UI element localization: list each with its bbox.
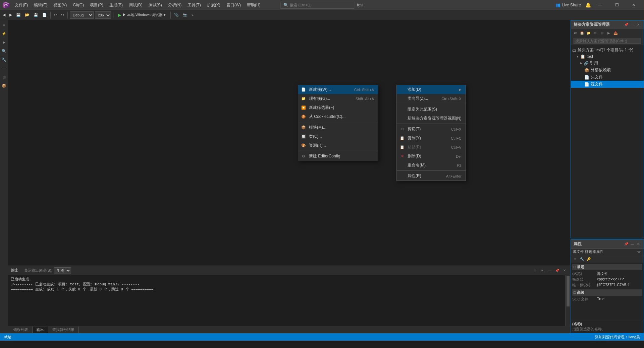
add-sep1 <box>298 122 378 122</box>
cm-add-label: 添加(D) <box>408 87 421 92</box>
add-resource-left: 🎨 资源(R)... <box>301 143 326 148</box>
cm-delete-left: ✕ 删除(D) <box>399 153 421 159</box>
add-from-cookiecutter-label: 从 Cookiecutter(C)... <box>309 114 345 120</box>
add-module-left: 📦 模块(M)... <box>301 125 326 130</box>
cm-delete[interactable]: ✕ 删除(D) Del <box>397 152 466 161</box>
add-module-icon: 📦 <box>301 125 306 130</box>
cm-class-wizard-left: 类向导(Z)... <box>399 96 428 101</box>
cm-new-view[interactable]: 新解决方案资源管理器视图(N) <box>397 114 466 123</box>
cm-sep3 <box>397 170 466 171</box>
cm-rename-icon <box>399 163 405 168</box>
cm-rename-label: 重命名(M) <box>408 162 426 168</box>
cm-cut-shortcut: Ctrl+X <box>451 127 462 131</box>
main-context-menu: 添加(D) ▶ 类向导(Z)... Ctrl+Shift+X 限定为此范围(S)… <box>396 85 466 181</box>
add-resource-label: 资源(R)... <box>309 143 326 148</box>
add-module-label: 模块(M)... <box>309 125 326 130</box>
cm-add-arrow: ▶ <box>459 88 462 91</box>
cm-cut-left: ✂ 剪切(T) <box>399 126 421 132</box>
cm-sep1 <box>397 104 466 104</box>
cm-rename-shortcut: F2 <box>457 163 462 167</box>
add-new-filter-icon: 🔽 <box>301 105 306 111</box>
cm-rename[interactable]: 重命名(M) F2 <box>397 161 466 170</box>
add-module[interactable]: 📦 模块(M)... <box>298 123 378 132</box>
add-from-cookiecutter-left: 🍪 从 Cookiecutter(C)... <box>301 114 345 120</box>
cm-cut-icon: ✂ <box>399 127 405 132</box>
add-from-cookiecutter-icon: 🍪 <box>301 114 306 120</box>
cm-limit-scope[interactable]: 限定为此范围(S) <box>397 105 466 114</box>
cm-copy-label: 复制(Y) <box>408 135 421 141</box>
cm-new-view-left: 新解决方案资源管理器视图(N) <box>399 116 462 121</box>
cm-paste[interactable]: 📋 粘贴(P) Ctrl+V <box>397 143 466 152</box>
add-existing-item-label: 现有项(G)... <box>309 96 330 101</box>
cm-class-wizard-shortcut: Ctrl+Shift+X <box>441 97 461 101</box>
context-menu-overlay[interactable]: 添加(D) ▶ 类向导(Z)... Ctrl+Shift+X 限定为此范围(S)… <box>0 0 644 348</box>
add-editor-config-left: ⚙ 新建 EditorConfig <box>301 153 340 159</box>
add-class[interactable]: 🔲 类(C)... <box>298 132 378 141</box>
add-resource[interactable]: 🎨 资源(R)... <box>298 141 378 150</box>
cm-add-icon <box>399 87 405 92</box>
add-class-icon: 🔲 <box>301 134 306 139</box>
cm-paste-icon: 📋 <box>399 145 405 150</box>
add-new-item-icon: 📄 <box>301 87 306 92</box>
cm-properties-label: 属性(R) <box>408 173 421 179</box>
cm-add-left: 添加(D) <box>399 87 421 92</box>
add-from-cookiecutter[interactable]: 🍪 从 Cookiecutter(C)... <box>298 112 378 121</box>
add-new-filter[interactable]: 🔽 新建筛选器(F) <box>298 103 378 112</box>
cm-copy-shortcut: Ctrl+C <box>451 136 461 140</box>
cm-paste-left: 📋 粘贴(P) <box>399 144 421 150</box>
add-new-item-label: 新建项(W)... <box>309 87 331 92</box>
cm-sep2 <box>397 124 466 124</box>
add-new-filter-label: 新建筛选器(F) <box>309 105 334 111</box>
cm-properties-left: 属性(R) <box>399 173 421 179</box>
cm-class-wizard[interactable]: 类向导(Z)... Ctrl+Shift+X <box>397 94 466 103</box>
cm-cut[interactable]: ✂ 剪切(T) Ctrl+X <box>397 125 466 134</box>
add-editor-config-label: 新建 EditorConfig <box>309 153 340 159</box>
cm-delete-shortcut: Del <box>456 154 462 158</box>
add-class-label: 类(C)... <box>309 134 322 139</box>
add-new-item-shortcut: Ctrl+Shift+A <box>354 88 374 92</box>
cm-limit-scope-icon <box>399 107 405 112</box>
cm-copy-icon: 📋 <box>399 136 405 141</box>
cm-rename-left: 重命名(M) <box>399 162 426 168</box>
cm-properties-icon <box>399 173 405 179</box>
cm-class-wizard-label: 类向导(Z)... <box>408 96 428 101</box>
cm-paste-label: 粘贴(P) <box>408 144 421 150</box>
cm-cut-label: 剪切(T) <box>408 126 421 132</box>
cm-copy[interactable]: 📋 复制(Y) Ctrl+C <box>397 134 466 143</box>
add-existing-item-left: 📁 现有项(G)... <box>301 96 330 101</box>
cm-properties-shortcut: Alt+Enter <box>446 174 462 178</box>
add-editor-config[interactable]: ⚙ 新建 EditorConfig <box>298 152 378 161</box>
cm-limit-scope-label: 限定为此范围(S) <box>408 107 437 112</box>
add-resource-icon: 🎨 <box>301 143 306 148</box>
cm-class-wizard-icon <box>399 96 405 101</box>
add-new-item[interactable]: 📄 新建项(W)... Ctrl+Shift+A <box>298 85 378 94</box>
add-existing-item-icon: 📁 <box>301 96 306 101</box>
cm-delete-icon: ✕ <box>399 154 405 159</box>
cm-limit-scope-left: 限定为此范围(S) <box>399 107 437 112</box>
cm-copy-left: 📋 复制(Y) <box>399 135 421 141</box>
add-existing-item-shortcut: Shift+Alt+A <box>356 97 374 101</box>
cm-delete-label: 删除(D) <box>408 153 421 159</box>
add-new-item-left: 📄 新建项(W)... <box>301 87 331 92</box>
cm-paste-shortcut: Ctrl+V <box>451 145 462 149</box>
add-editor-config-icon: ⚙ <box>301 154 306 159</box>
cm-add[interactable]: 添加(D) ▶ <box>397 85 466 94</box>
add-existing-item[interactable]: 📁 现有项(G)... Shift+Alt+A <box>298 94 378 103</box>
cm-properties[interactable]: 属性(R) Alt+Enter <box>397 171 466 181</box>
add-class-left: 🔲 类(C)... <box>301 134 322 139</box>
cm-new-view-icon <box>399 116 405 121</box>
add-submenu: 📄 新建项(W)... Ctrl+Shift+A 📁 现有项(G)... Shi… <box>298 85 378 161</box>
add-sep2 <box>298 151 378 151</box>
cm-new-view-label: 新解决方案资源管理器视图(N) <box>408 116 462 121</box>
add-new-filter-left: 🔽 新建筛选器(F) <box>301 105 334 111</box>
